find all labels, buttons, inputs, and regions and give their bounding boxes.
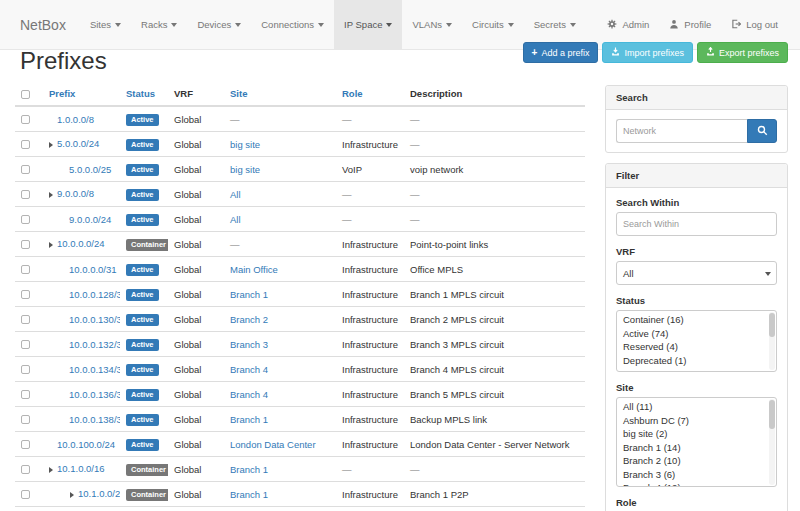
row-checkbox[interactable] xyxy=(21,140,30,149)
site-link[interactable]: Branch 4 xyxy=(230,389,268,400)
prefix-link[interactable]: 10.1.0.0/24 xyxy=(78,488,120,499)
row-checkbox[interactable] xyxy=(21,440,30,449)
status-cell: Active xyxy=(120,507,168,511)
row-checkbox[interactable] xyxy=(21,340,30,349)
brand[interactable]: NetBox xyxy=(12,0,80,49)
scrollbar[interactable] xyxy=(769,399,775,485)
row-checkbox[interactable] xyxy=(21,240,30,249)
prefix-link[interactable]: 10.0.0.130/31 xyxy=(69,314,120,325)
row-checkbox[interactable] xyxy=(21,165,30,174)
site-link[interactable]: All xyxy=(230,189,241,200)
expand-caret-icon[interactable] xyxy=(49,467,53,473)
site-link[interactable]: Branch 4 xyxy=(230,364,268,375)
prefix-link[interactable]: 9.0.0.0/24 xyxy=(69,214,111,225)
prefix-link[interactable]: 5.0.0.0/25 xyxy=(69,164,111,175)
scrollbar[interactable] xyxy=(769,312,775,370)
site-link[interactable]: Branch 1 xyxy=(230,414,268,425)
column-header-vrf: VRF xyxy=(168,85,224,106)
prefix-cell: 10.0.0.138/31 xyxy=(43,407,120,432)
prefix-link[interactable]: 10.0.100.0/24 xyxy=(57,439,115,450)
site-cell: All xyxy=(224,207,336,232)
column-sort-link[interactable]: Site xyxy=(230,88,247,99)
search-input[interactable] xyxy=(616,119,747,143)
prefix-link[interactable]: 5.0.0.0/24 xyxy=(57,138,99,149)
nav-item-devices[interactable]: Devices xyxy=(187,0,251,49)
expand-caret-icon[interactable] xyxy=(70,492,74,498)
listbox-option[interactable]: Reserved (4) xyxy=(617,340,776,354)
vrf-select[interactable]: All xyxy=(616,261,777,285)
listbox-option[interactable]: big site (2) xyxy=(617,427,776,441)
nav-item-ip-space[interactable]: IP Space xyxy=(334,0,402,49)
site-listbox[interactable]: All (11)Ashburn DC (7)big site (2)Branch… xyxy=(616,397,777,487)
nav-item-connections[interactable]: Connections xyxy=(251,0,334,49)
prefix-link[interactable]: 10.0.0.0/24 xyxy=(57,238,105,249)
site-link[interactable]: Branch 1 xyxy=(230,464,268,475)
site-cell: Branch 1 xyxy=(224,507,336,511)
prefix-link[interactable]: 10.1.0.0/16 xyxy=(57,463,105,474)
row-checkbox[interactable] xyxy=(21,465,30,474)
site-link[interactable]: big site xyxy=(230,164,260,175)
prefix-link[interactable]: 1.0.0.0/8 xyxy=(57,114,94,125)
prefix-link[interactable]: 10.0.0.136/31 xyxy=(69,389,120,400)
nav-item-racks[interactable]: Racks xyxy=(131,0,187,49)
nav-item-vlans[interactable]: VLANs xyxy=(402,0,462,49)
export-prefixes-button[interactable]: Export prefixes xyxy=(697,42,788,63)
row-checkbox[interactable] xyxy=(21,115,30,124)
vrf-cell: Global xyxy=(168,332,224,357)
prefix-link[interactable]: 10.0.0.132/31 xyxy=(69,339,120,350)
listbox-option[interactable]: All (11) xyxy=(617,400,776,414)
row-checkbox[interactable] xyxy=(21,415,30,424)
site-link[interactable]: Branch 1 xyxy=(230,289,268,300)
prefix-cell: 10.0.0.130/31 xyxy=(43,307,120,332)
prefix-link[interactable]: 10.0.0.128/31 xyxy=(69,289,120,300)
site-link[interactable]: Main Office xyxy=(230,264,278,275)
site-link[interactable]: London Data Center xyxy=(230,439,316,450)
row-checkbox[interactable] xyxy=(21,265,30,274)
indent-spacer xyxy=(49,419,61,420)
checkbox-cell xyxy=(15,382,43,407)
site-cell: big site xyxy=(224,157,336,182)
listbox-option[interactable]: Container (16) xyxy=(617,313,776,327)
site-link[interactable]: big site xyxy=(230,139,260,150)
site-link[interactable]: Branch 2 xyxy=(230,314,268,325)
row-checkbox[interactable] xyxy=(21,490,30,499)
prefix-link[interactable]: 9.0.0.0/8 xyxy=(57,188,94,199)
search-button[interactable] xyxy=(747,119,777,143)
nav-item-sites[interactable]: Sites xyxy=(80,0,131,49)
role-cell: Infrastructure xyxy=(336,307,404,332)
import-prefixes-button[interactable]: Import prefixes xyxy=(602,42,693,63)
column-sort-link[interactable]: Status xyxy=(126,88,155,99)
nav-item-circuits[interactable]: Circuits xyxy=(462,0,524,49)
site-link[interactable]: Branch 3 xyxy=(230,339,268,350)
checkbox-cell xyxy=(15,257,43,282)
listbox-option[interactable]: Ashburn DC (7) xyxy=(617,414,776,428)
status-listbox[interactable]: Container (16)Active (74)Reserved (4)Dep… xyxy=(616,310,777,372)
row-checkbox[interactable] xyxy=(21,315,30,324)
listbox-option[interactable]: Branch 4 (12) xyxy=(617,481,776,487)
site-link[interactable]: All xyxy=(230,214,241,225)
table-row: 10.0.0.0/24ContainerGlobal—Infrastructur… xyxy=(15,232,585,257)
row-checkbox[interactable] xyxy=(21,365,30,374)
site-link[interactable]: Branch 1 xyxy=(230,489,268,500)
row-checkbox[interactable] xyxy=(21,190,30,199)
prefix-link[interactable]: 10.0.0.134/31 xyxy=(69,364,120,375)
prefix-link[interactable]: 10.0.0.138/31 xyxy=(69,414,120,425)
listbox-option[interactable]: Branch 2 (10) xyxy=(617,454,776,468)
column-sort-link[interactable]: Prefix xyxy=(49,88,75,99)
expand-caret-icon[interactable] xyxy=(49,242,53,248)
listbox-option[interactable]: Deprecated (1) xyxy=(617,354,776,368)
row-checkbox[interactable] xyxy=(21,390,30,399)
column-sort-link[interactable]: Role xyxy=(342,88,363,99)
expand-caret-icon[interactable] xyxy=(49,142,53,148)
search-within-input[interactable] xyxy=(616,212,777,236)
prefix-link[interactable]: 10.0.0.0/31 xyxy=(69,264,117,275)
select-all-checkbox[interactable] xyxy=(21,90,30,99)
listbox-option[interactable]: Active (74) xyxy=(617,327,776,341)
status-badge: Active xyxy=(126,439,159,452)
expand-caret-icon[interactable] xyxy=(49,192,53,198)
row-checkbox[interactable] xyxy=(21,290,30,299)
listbox-option[interactable]: Branch 1 (14) xyxy=(617,441,776,455)
add-prefix-button[interactable]: + Add a prefix xyxy=(523,42,599,63)
listbox-option[interactable]: Branch 3 (6) xyxy=(617,468,776,482)
row-checkbox[interactable] xyxy=(21,215,30,224)
